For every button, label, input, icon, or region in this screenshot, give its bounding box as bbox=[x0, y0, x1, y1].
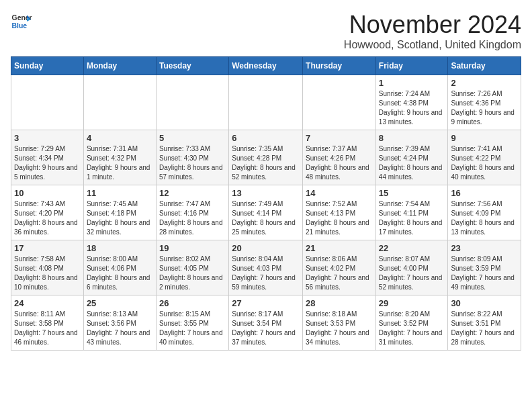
logo-icon: General Blue bbox=[11, 11, 32, 32]
calendar-cell: 7Sunrise: 7:37 AM Sunset: 4:26 PM Daylig… bbox=[303, 130, 376, 185]
calendar-cell bbox=[229, 75, 303, 130]
day-number: 1 bbox=[379, 78, 445, 88]
weekday-header-sunday: Sunday bbox=[11, 57, 84, 75]
calendar-cell: 22Sunrise: 8:07 AM Sunset: 4:00 PM Dayli… bbox=[375, 240, 448, 295]
calendar-cell: 30Sunrise: 8:22 AM Sunset: 3:51 PM Dayli… bbox=[448, 295, 521, 351]
calendar-cell bbox=[83, 75, 156, 130]
calendar-week-2: 3Sunrise: 7:29 AM Sunset: 4:34 PM Daylig… bbox=[11, 130, 521, 185]
page-header: General Blue November 2024 Howwood, Scot… bbox=[11, 11, 521, 51]
day-number: 5 bbox=[159, 133, 226, 143]
day-number: 22 bbox=[379, 243, 445, 253]
calendar-table: SundayMondayTuesdayWednesdayThursdayFrid… bbox=[11, 56, 521, 351]
day-detail: Sunrise: 8:18 AM Sunset: 3:53 PM Dayligh… bbox=[306, 310, 373, 347]
day-detail: Sunrise: 7:29 AM Sunset: 4:34 PM Dayligh… bbox=[14, 144, 81, 182]
day-detail: Sunrise: 8:22 AM Sunset: 3:51 PM Dayligh… bbox=[451, 310, 518, 347]
calendar-week-1: 1Sunrise: 7:24 AM Sunset: 4:38 PM Daylig… bbox=[11, 75, 521, 130]
day-number: 24 bbox=[14, 298, 81, 308]
day-number: 30 bbox=[451, 298, 518, 308]
day-detail: Sunrise: 7:39 AM Sunset: 4:24 PM Dayligh… bbox=[379, 144, 445, 182]
calendar-cell: 16Sunrise: 7:56 AM Sunset: 4:09 PM Dayli… bbox=[448, 185, 521, 240]
logo: General Blue bbox=[11, 11, 32, 32]
weekday-header-friday: Friday bbox=[375, 57, 448, 75]
calendar-cell: 11Sunrise: 7:45 AM Sunset: 4:18 PM Dayli… bbox=[83, 185, 156, 240]
calendar-cell: 14Sunrise: 7:52 AM Sunset: 4:13 PM Dayli… bbox=[303, 185, 376, 240]
day-number: 12 bbox=[159, 188, 226, 198]
day-number: 18 bbox=[87, 243, 153, 253]
day-number: 21 bbox=[306, 243, 373, 253]
calendar-cell: 20Sunrise: 8:04 AM Sunset: 4:03 PM Dayli… bbox=[229, 240, 303, 295]
calendar-cell: 8Sunrise: 7:39 AM Sunset: 4:24 PM Daylig… bbox=[375, 130, 448, 185]
month-title: November 2024 bbox=[344, 11, 521, 39]
day-number: 25 bbox=[87, 298, 153, 308]
calendar-cell: 9Sunrise: 7:41 AM Sunset: 4:22 PM Daylig… bbox=[448, 130, 521, 185]
day-number: 17 bbox=[14, 243, 81, 253]
day-detail: Sunrise: 7:41 AM Sunset: 4:22 PM Dayligh… bbox=[451, 144, 518, 182]
calendar-cell: 12Sunrise: 7:47 AM Sunset: 4:16 PM Dayli… bbox=[156, 185, 228, 240]
calendar-cell: 1Sunrise: 7:24 AM Sunset: 4:38 PM Daylig… bbox=[375, 75, 448, 130]
day-detail: Sunrise: 8:04 AM Sunset: 4:03 PM Dayligh… bbox=[232, 255, 300, 292]
calendar-week-3: 10Sunrise: 7:43 AM Sunset: 4:20 PM Dayli… bbox=[11, 185, 521, 240]
day-number: 26 bbox=[159, 298, 226, 308]
calendar-cell: 23Sunrise: 8:09 AM Sunset: 3:59 PM Dayli… bbox=[448, 240, 521, 295]
day-number: 23 bbox=[451, 243, 518, 253]
day-number: 19 bbox=[159, 243, 226, 253]
day-number: 11 bbox=[87, 188, 153, 198]
day-number: 6 bbox=[232, 133, 300, 143]
day-detail: Sunrise: 7:37 AM Sunset: 4:26 PM Dayligh… bbox=[306, 144, 373, 182]
day-detail: Sunrise: 8:13 AM Sunset: 3:56 PM Dayligh… bbox=[87, 310, 153, 347]
day-detail: Sunrise: 7:56 AM Sunset: 4:09 PM Dayligh… bbox=[451, 199, 518, 237]
day-detail: Sunrise: 7:35 AM Sunset: 4:28 PM Dayligh… bbox=[232, 144, 300, 182]
location-subtitle: Howwood, Scotland, United Kingdom bbox=[344, 39, 521, 51]
calendar-cell: 28Sunrise: 8:18 AM Sunset: 3:53 PM Dayli… bbox=[303, 295, 376, 351]
calendar-week-5: 24Sunrise: 8:11 AM Sunset: 3:58 PM Dayli… bbox=[11, 295, 521, 351]
weekday-header-monday: Monday bbox=[83, 57, 156, 75]
calendar-cell: 2Sunrise: 7:26 AM Sunset: 4:36 PM Daylig… bbox=[448, 75, 521, 130]
day-number: 9 bbox=[451, 133, 518, 143]
day-number: 20 bbox=[232, 243, 300, 253]
calendar-cell: 18Sunrise: 8:00 AM Sunset: 4:06 PM Dayli… bbox=[83, 240, 156, 295]
day-detail: Sunrise: 8:15 AM Sunset: 3:55 PM Dayligh… bbox=[159, 310, 226, 347]
calendar-cell: 24Sunrise: 8:11 AM Sunset: 3:58 PM Dayli… bbox=[11, 295, 84, 351]
calendar-header: SundayMondayTuesdayWednesdayThursdayFrid… bbox=[11, 57, 521, 75]
weekday-header-wednesday: Wednesday bbox=[229, 57, 303, 75]
day-detail: Sunrise: 7:31 AM Sunset: 4:32 PM Dayligh… bbox=[87, 144, 153, 182]
day-number: 2 bbox=[451, 78, 518, 88]
calendar-cell: 26Sunrise: 8:15 AM Sunset: 3:55 PM Dayli… bbox=[156, 295, 228, 351]
calendar-body: 1Sunrise: 7:24 AM Sunset: 4:38 PM Daylig… bbox=[11, 75, 521, 351]
day-number: 10 bbox=[14, 188, 81, 198]
calendar-cell: 19Sunrise: 8:02 AM Sunset: 4:05 PM Dayli… bbox=[156, 240, 228, 295]
title-block: November 2024 Howwood, Scotland, United … bbox=[344, 11, 521, 51]
weekday-header-saturday: Saturday bbox=[448, 57, 521, 75]
day-number: 16 bbox=[451, 188, 518, 198]
day-detail: Sunrise: 7:58 AM Sunset: 4:08 PM Dayligh… bbox=[14, 255, 81, 292]
day-detail: Sunrise: 7:26 AM Sunset: 4:36 PM Dayligh… bbox=[451, 89, 518, 127]
day-number: 3 bbox=[14, 133, 81, 143]
day-detail: Sunrise: 7:52 AM Sunset: 4:13 PM Dayligh… bbox=[306, 199, 373, 237]
day-number: 7 bbox=[306, 133, 373, 143]
calendar-cell bbox=[156, 75, 228, 130]
day-detail: Sunrise: 7:24 AM Sunset: 4:38 PM Dayligh… bbox=[379, 89, 445, 127]
day-detail: Sunrise: 7:49 AM Sunset: 4:14 PM Dayligh… bbox=[232, 199, 300, 237]
calendar-week-4: 17Sunrise: 7:58 AM Sunset: 4:08 PM Dayli… bbox=[11, 240, 521, 295]
day-number: 27 bbox=[232, 298, 300, 308]
calendar-cell: 4Sunrise: 7:31 AM Sunset: 4:32 PM Daylig… bbox=[83, 130, 156, 185]
calendar-cell: 21Sunrise: 8:06 AM Sunset: 4:02 PM Dayli… bbox=[303, 240, 376, 295]
calendar-cell: 17Sunrise: 7:58 AM Sunset: 4:08 PM Dayli… bbox=[11, 240, 84, 295]
calendar-cell: 29Sunrise: 8:20 AM Sunset: 3:52 PM Dayli… bbox=[375, 295, 448, 351]
calendar-cell: 15Sunrise: 7:54 AM Sunset: 4:11 PM Dayli… bbox=[375, 185, 448, 240]
day-detail: Sunrise: 8:02 AM Sunset: 4:05 PM Dayligh… bbox=[159, 255, 226, 292]
day-detail: Sunrise: 8:11 AM Sunset: 3:58 PM Dayligh… bbox=[14, 310, 81, 347]
day-detail: Sunrise: 7:33 AM Sunset: 4:30 PM Dayligh… bbox=[159, 144, 226, 182]
day-detail: Sunrise: 7:47 AM Sunset: 4:16 PM Dayligh… bbox=[159, 199, 226, 237]
day-detail: Sunrise: 7:45 AM Sunset: 4:18 PM Dayligh… bbox=[87, 199, 153, 237]
header-row: SundayMondayTuesdayWednesdayThursdayFrid… bbox=[11, 57, 521, 75]
day-detail: Sunrise: 7:54 AM Sunset: 4:11 PM Dayligh… bbox=[379, 199, 445, 237]
calendar-cell: 27Sunrise: 8:17 AM Sunset: 3:54 PM Dayli… bbox=[229, 295, 303, 351]
day-detail: Sunrise: 8:06 AM Sunset: 4:02 PM Dayligh… bbox=[306, 255, 373, 292]
day-detail: Sunrise: 8:07 AM Sunset: 4:00 PM Dayligh… bbox=[379, 255, 445, 292]
day-detail: Sunrise: 8:20 AM Sunset: 3:52 PM Dayligh… bbox=[379, 310, 445, 347]
calendar-cell: 5Sunrise: 7:33 AM Sunset: 4:30 PM Daylig… bbox=[156, 130, 228, 185]
day-detail: Sunrise: 8:09 AM Sunset: 3:59 PM Dayligh… bbox=[451, 255, 518, 292]
day-number: 13 bbox=[232, 188, 300, 198]
calendar-cell: 10Sunrise: 7:43 AM Sunset: 4:20 PM Dayli… bbox=[11, 185, 84, 240]
